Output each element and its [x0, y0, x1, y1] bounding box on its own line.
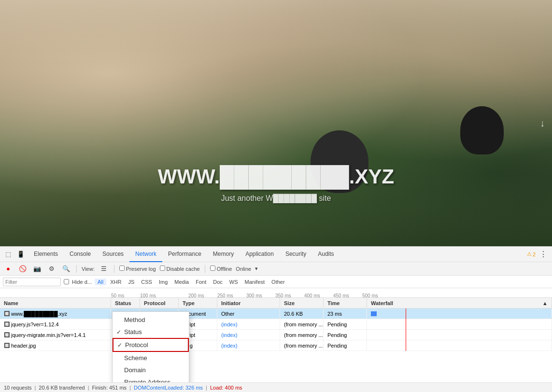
tab-elements[interactable]: Elements — [28, 247, 64, 262]
cm-item-protocol[interactable]: Protocol — [113, 338, 189, 352]
filter-all[interactable]: All — [95, 279, 106, 285]
filter-xhr[interactable]: XHR — [107, 279, 124, 285]
online-chevron-icon[interactable]: ▾ — [255, 266, 258, 272]
filter-ws[interactable]: WS — [226, 279, 241, 285]
network-table: Name Status Protocol Type Initiator Size… — [0, 298, 552, 382]
site-subtitle: Just another W████████ site — [221, 194, 331, 203]
preserve-log-label: Preserve log — [119, 266, 156, 272]
filter-css[interactable]: CSS — [138, 279, 155, 285]
warning-icon: ⚠ — [527, 251, 532, 257]
transferred-size: 20.6 KB transferred — [39, 385, 85, 391]
cell-name-3: 🔲 header.jpg — [0, 340, 111, 350]
tl-marker-500: 500 ms — [362, 293, 378, 298]
warning-badge[interactable]: ⚠ 2 — [527, 251, 536, 257]
clear-button[interactable]: 🚫 — [17, 264, 28, 274]
col-header-time[interactable]: Time — [324, 298, 367, 308]
tab-security[interactable]: Security — [280, 247, 312, 262]
filter-img[interactable]: Img — [156, 279, 170, 285]
filter-type-buttons: All XHR JS CSS Img Media Font Doc WS Man… — [95, 279, 288, 285]
devtools-menu-button[interactable]: ⋮ — [538, 250, 549, 259]
tab-memory[interactable]: Memory — [207, 247, 240, 262]
tl-marker-200: 200 ms — [188, 293, 204, 298]
devtools-topbar: ⬚ 📱 Elements Console Sources Network Per… — [0, 247, 552, 262]
warning-count: 2 — [533, 252, 536, 257]
view-list-button[interactable]: ☰ — [99, 264, 109, 274]
view-label: View: — [82, 266, 95, 272]
col-header-waterfall[interactable]: Waterfall ▲ — [367, 298, 552, 308]
timeline-row: 50 ms 100 ms 200 ms 250 ms 300 ms 350 ms… — [0, 288, 552, 298]
load-link[interactable]: Load: 400 ms — [210, 385, 242, 391]
cell-size-3: (from memory ... — [280, 340, 324, 350]
cell-initiator-1: (index) — [217, 319, 280, 329]
tl-marker-350: 350 ms — [275, 293, 291, 298]
site-title: WWW.█████████.XYZ — [158, 165, 394, 188]
cell-name-2: 🔲 jquery-migrate.min.js?ver=1.4.1 — [0, 330, 111, 340]
tab-application[interactable]: Application — [240, 247, 280, 262]
initiator-link-1[interactable]: (index) — [221, 322, 238, 327]
cm-item-method[interactable]: Method — [113, 314, 189, 326]
cell-waterfall-2 — [367, 330, 552, 340]
cell-waterfall-1 — [367, 319, 552, 329]
devtools-panel: ⬚ 📱 Elements Console Sources Network Per… — [0, 246, 552, 392]
filter-manifest[interactable]: Manifest — [242, 279, 268, 285]
tab-console[interactable]: Console — [64, 247, 97, 262]
preserve-log-checkbox[interactable] — [119, 266, 125, 271]
initiator-link-2[interactable]: (index) — [221, 332, 238, 338]
table-row[interactable]: 🔲 jquery.js?ver=1.12.4 200 http/1.1 scri… — [0, 319, 552, 330]
col-header-protocol[interactable]: Protocol — [140, 298, 179, 308]
filter-bar: Hide d... All XHR JS CSS Img Media Font … — [0, 276, 552, 288]
offline-checkbox[interactable] — [210, 266, 215, 271]
col-header-type[interactable]: Type — [179, 298, 217, 308]
cell-time-3: Pending — [324, 340, 367, 350]
screenshot-button[interactable]: 📷 — [32, 264, 42, 274]
filter-input[interactable] — [3, 278, 61, 286]
hide-data-urls-label: Hide d... — [72, 279, 92, 285]
dom-content-loaded-link[interactable]: DOMContentLoaded: 326 ms — [134, 385, 203, 391]
cm-item-domain[interactable]: Domain — [113, 364, 189, 376]
cm-item-remote-address[interactable]: Remote Address — [113, 376, 189, 382]
filter-media[interactable]: Media — [171, 279, 192, 285]
filter-font[interactable]: Font — [193, 279, 209, 285]
col-header-initiator[interactable]: Initiator — [217, 298, 280, 308]
filter-other[interactable]: Other — [269, 279, 288, 285]
tab-audits[interactable]: Audits — [312, 247, 340, 262]
search-button[interactable]: 🔍 — [61, 264, 71, 274]
cell-waterfall-3 — [367, 340, 552, 350]
hide-data-urls-checkbox[interactable] — [64, 279, 69, 284]
table-row[interactable]: 🔲 header.jpg 200 http/1.1 jpeg (index) (… — [0, 340, 552, 351]
initiator-link-3[interactable]: (index) — [221, 343, 238, 349]
finish-time: Finish: 451 ms — [92, 385, 127, 391]
cell-size-1: (from memory ... — [280, 319, 324, 329]
cell-time-0: 23 ms — [324, 308, 367, 319]
table-row[interactable]: 🔲 www.█████████.xyz 200 h2 document Othe… — [0, 308, 552, 319]
scroll-down-icon: ↓ — [540, 118, 545, 129]
record-button[interactable]: ● — [3, 264, 14, 274]
tab-performance[interactable]: Performance — [162, 247, 207, 262]
disable-cache-label: Disable cache — [160, 266, 200, 272]
tab-network[interactable]: Network — [129, 247, 162, 262]
col-header-size[interactable]: Size — [280, 298, 324, 308]
tl-marker-400: 400 ms — [304, 293, 320, 298]
table-header: Name Status Protocol Type Initiator Size… — [0, 298, 552, 308]
filter-js[interactable]: JS — [125, 279, 137, 285]
sep-4: | — [206, 385, 207, 391]
devtools-device-toggle[interactable]: 📱 — [15, 249, 26, 260]
filter-toggle-button[interactable]: ⚙ — [46, 264, 57, 274]
filter-doc[interactable]: Doc — [210, 279, 226, 285]
devtools-element-picker[interactable]: ⬚ — [3, 249, 14, 260]
tl-marker-250: 250 ms — [217, 293, 233, 298]
cm-item-status[interactable]: Status — [113, 326, 189, 338]
col-header-status[interactable]: Status — [111, 298, 140, 308]
table-row[interactable]: 🔲 jquery-migrate.min.js?ver=1.4.1 200 ht… — [0, 330, 552, 340]
col-header-name[interactable]: Name — [0, 298, 111, 308]
network-toolbar: ● 🚫 📷 ⚙ 🔍 View: ☰ Preserve log Disable c… — [0, 262, 552, 276]
disable-cache-checkbox[interactable] — [160, 266, 165, 271]
cell-size-0: 20.6 KB — [280, 308, 324, 319]
sep-3: | — [129, 385, 131, 391]
cell-time-2: Pending — [324, 330, 367, 340]
status-bar: 10 requests | 20.6 KB transferred | Fini… — [0, 382, 552, 392]
tab-sources[interactable]: Sources — [97, 247, 129, 262]
cm-item-scheme[interactable]: Scheme — [113, 352, 189, 364]
cell-name-1: 🔲 jquery.js?ver=1.12.4 — [0, 319, 111, 329]
cell-initiator-0: Other — [217, 308, 280, 319]
